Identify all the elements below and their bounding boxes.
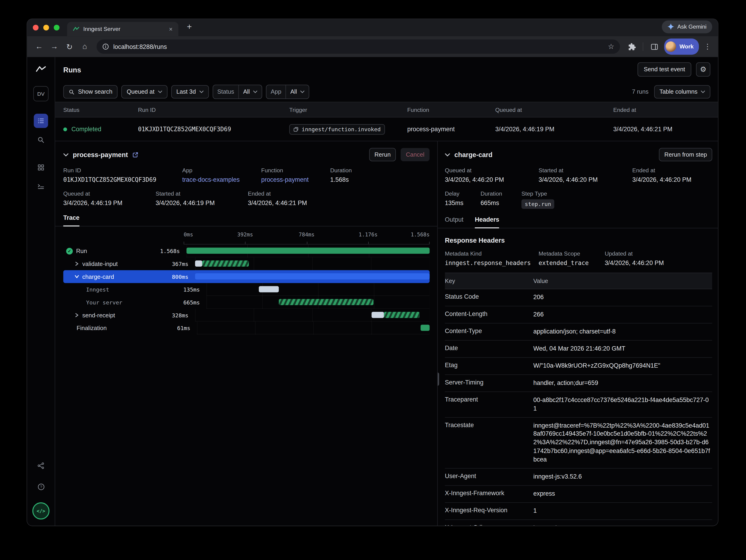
sidebar-item-runs[interactable] bbox=[34, 114, 48, 128]
headers-table: Key Value Status Code206Content-Length26… bbox=[445, 273, 712, 526]
collapse-run-chevron-icon[interactable] bbox=[63, 153, 68, 156]
cancel-button[interactable]: Cancel bbox=[401, 148, 430, 161]
share-button[interactable] bbox=[34, 459, 48, 473]
chevron-down-icon bbox=[701, 90, 705, 93]
site-info-icon[interactable] bbox=[102, 43, 109, 50]
desktop-background: Inngest Server × + Ask Gemini ← → ↻ ⌂ bbox=[0, 0, 746, 560]
header-value: 00-a8bc2f17c4ccce87cc7376e5246a221b-f4ae… bbox=[533, 395, 712, 413]
headers-table-body: Status Code206Content-Length266Content-T… bbox=[445, 289, 712, 526]
send-test-event-button[interactable]: Send test event bbox=[638, 62, 691, 77]
rerun-button[interactable]: Rerun bbox=[369, 148, 396, 161]
trace-waterfall: 0ms 392ms 784ms 1.176s 1.568s ✓Run1.568s… bbox=[63, 230, 430, 526]
collapse-step-chevron-icon[interactable] bbox=[445, 153, 450, 156]
back-button[interactable]: ← bbox=[32, 39, 46, 54]
gear-icon: ⚙ bbox=[700, 65, 706, 74]
url-bar[interactable]: localhost:8288/runs ☆ bbox=[97, 39, 620, 54]
tab-trace[interactable]: Trace bbox=[63, 214, 79, 227]
browser-tab[interactable]: Inngest Server × bbox=[67, 22, 178, 36]
header-row: Content-Typeapplication/json; charset=ut… bbox=[445, 323, 712, 341]
bookmark-star-icon[interactable]: ☆ bbox=[606, 42, 616, 51]
page-title: Runs bbox=[63, 65, 81, 73]
run-id-value: 01KJXD1TQCZ852GMEX0CQF3D69 bbox=[63, 176, 182, 183]
chevron-right-icon[interactable] bbox=[75, 262, 79, 266]
functions-list-icon bbox=[37, 183, 45, 190]
trace-track bbox=[195, 257, 430, 270]
trigger-badge[interactable]: inngest/function.invoked bbox=[289, 124, 385, 134]
chevron-down-icon[interactable] bbox=[75, 274, 79, 279]
settings-button[interactable]: ⚙ bbox=[696, 62, 710, 77]
response-headers-title: Response Headers bbox=[445, 236, 712, 244]
function-link[interactable]: process-payment bbox=[261, 176, 330, 183]
trace-bar-segment bbox=[421, 325, 430, 331]
browser-menu-icon[interactable]: ⋮ bbox=[702, 42, 713, 51]
tab-title: Inngest Server bbox=[83, 26, 163, 32]
status-badge: Completed bbox=[63, 126, 138, 133]
app-filter-value[interactable]: All bbox=[286, 85, 309, 98]
rerun-from-step-button[interactable]: Rerun from step bbox=[659, 148, 712, 161]
profile-chip[interactable]: Work bbox=[664, 38, 699, 55]
header-key: X-Inngest-Sdk bbox=[445, 524, 533, 526]
header-row: Content-Length266 bbox=[445, 306, 712, 323]
workspace-avatar[interactable]: DV bbox=[33, 86, 49, 101]
event-icon bbox=[294, 127, 298, 132]
sidebar-item-events[interactable] bbox=[34, 132, 48, 147]
trace-row[interactable]: Your server665ms bbox=[63, 296, 430, 309]
pane-resize-handle[interactable] bbox=[438, 373, 439, 386]
trace-bar-segment bbox=[195, 260, 202, 267]
search-events-icon bbox=[37, 136, 45, 144]
run-details-panel: process-payment Rerun Cancel Run ID01KJX… bbox=[55, 141, 438, 526]
status-filter[interactable]: Status All bbox=[212, 85, 262, 99]
header-row: EtagW/"10a-W8k9rUOR+zZG9xQQp8hg7694N1E" bbox=[445, 357, 712, 375]
trace-row[interactable]: validate-input367ms bbox=[63, 257, 430, 270]
url-text: localhost:8288/runs bbox=[113, 43, 167, 50]
app-link[interactable]: trace-docs-examples bbox=[182, 176, 261, 183]
status-filter-value[interactable]: All bbox=[238, 85, 262, 98]
trace-bar-segment bbox=[195, 273, 430, 279]
chevron-right-icon[interactable] bbox=[75, 313, 79, 317]
app-filter[interactable]: App All bbox=[266, 85, 309, 99]
sidebar-item-apps[interactable] bbox=[34, 160, 48, 175]
run-title: process-payment bbox=[73, 151, 128, 158]
external-link-icon[interactable] bbox=[132, 151, 138, 158]
tab-output[interactable]: Output bbox=[445, 216, 463, 228]
trace-row[interactable]: Inngest135ms bbox=[63, 283, 430, 296]
time-range-dropdown[interactable]: Last 3d bbox=[171, 85, 209, 98]
trace-track bbox=[186, 244, 430, 257]
extensions-icon[interactable] bbox=[625, 39, 639, 54]
trace-bar-segment bbox=[384, 312, 420, 318]
trace-row[interactable]: send-receipt328ms bbox=[63, 309, 430, 322]
table-columns-dropdown[interactable]: Table columns bbox=[654, 85, 710, 98]
home-button[interactable]: ⌂ bbox=[78, 39, 92, 54]
side-panel-icon[interactable] bbox=[647, 39, 661, 54]
status-dot-icon bbox=[63, 127, 67, 131]
table-row[interactable]: Completed 01KJXD1TQCZ852GMEX0CQF3D69 inn… bbox=[55, 117, 718, 141]
step-title: charge-card bbox=[454, 151, 492, 158]
help-button[interactable]: ? bbox=[34, 479, 48, 494]
ask-gemini-button[interactable]: Ask Gemini bbox=[662, 20, 712, 33]
profile-avatar bbox=[666, 41, 676, 52]
trace-row[interactable]: Finalization61ms bbox=[63, 322, 430, 334]
header-key: Tracestate bbox=[445, 421, 533, 428]
header-value: inngest-js:v3.52.6 bbox=[533, 472, 712, 481]
window-minimize-button[interactable] bbox=[44, 25, 49, 30]
queued-at-dropdown[interactable]: Queued at bbox=[121, 85, 167, 98]
new-tab-button[interactable]: + bbox=[183, 21, 196, 33]
tab-close-icon[interactable]: × bbox=[167, 25, 175, 32]
trace-step-duration: 665ms bbox=[183, 299, 206, 305]
trace-track bbox=[197, 322, 430, 334]
show-search-button[interactable]: Show search bbox=[63, 85, 118, 98]
reload-button[interactable]: ↻ bbox=[62, 39, 77, 54]
tab-headers[interactable]: Headers bbox=[475, 216, 499, 228]
trace-step-name: Run bbox=[76, 248, 87, 255]
trace-row[interactable]: charge-card800ms bbox=[63, 270, 430, 283]
forward-button[interactable]: → bbox=[47, 39, 61, 54]
header-row: Server-Timinghandler, action;dur=659 bbox=[445, 375, 712, 392]
window-close-button[interactable] bbox=[33, 25, 38, 30]
duration-value: 1.568s bbox=[330, 176, 352, 183]
trace-row[interactable]: ✓Run1.568s bbox=[63, 244, 430, 257]
sidebar-item-functions[interactable] bbox=[34, 179, 48, 194]
dev-tools-button[interactable]: </> bbox=[32, 502, 49, 520]
inngest-app: DV bbox=[27, 57, 718, 526]
trace-step-duration: 135ms bbox=[183, 286, 206, 293]
window-zoom-button[interactable] bbox=[54, 25, 59, 30]
